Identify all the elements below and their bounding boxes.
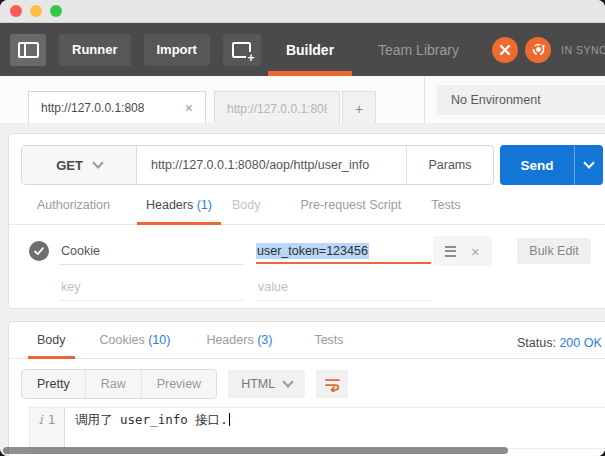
new-window-icon [232, 42, 251, 58]
tab-body[interactable]: Body [232, 198, 261, 224]
method-dropdown[interactable]: GET [22, 146, 137, 184]
response-headers-count-badge: (3) [257, 333, 272, 347]
presets-menu-icon[interactable] [445, 246, 456, 257]
line-number: 1 [48, 412, 56, 448]
tab-builder[interactable]: Builder [268, 23, 352, 76]
headers-label: Headers [146, 198, 193, 212]
request-tab-title: http://127.0.0.1:808 [41, 101, 144, 115]
params-label: Params [428, 158, 471, 172]
request-builder-panel: GET http://127.0.0.1:8080/aop/http/user_… [8, 133, 605, 309]
strip-divider [424, 76, 425, 124]
send-options-button[interactable] [574, 145, 603, 185]
response-view-bar: Pretty Raw Preview HTML [21, 369, 605, 399]
window-titlebar [0, 0, 605, 23]
cookies-label: Cookies [100, 333, 145, 347]
checkmark-icon [34, 247, 44, 256]
interceptor-glyph [498, 43, 512, 57]
main-content: GET http://127.0.0.1:8080/aop/http/user_… [0, 123, 605, 456]
headers-count-badge: (1) [197, 198, 212, 212]
request-url-bar: GET http://127.0.0.1:8080/aop/http/user_… [21, 145, 605, 185]
sidebar-layout-icon [18, 42, 39, 58]
response-headers-label: Headers [206, 333, 253, 347]
view-mode-switch: Pretty Raw Preview [21, 369, 217, 399]
zoom-window-button[interactable] [50, 5, 62, 17]
open-request-tabs: http://127.0.0.1:808 × http://127.0.0.1:… [28, 91, 376, 125]
bulk-edit-button[interactable]: Bulk Edit [517, 238, 591, 264]
method-label: GET [56, 158, 83, 173]
text-cursor [229, 413, 230, 426]
tab-team-library[interactable]: Team Library [378, 42, 459, 58]
tab-response-body[interactable]: Body [37, 333, 66, 358]
chevron-down-icon [283, 376, 294, 387]
request-section-tabs: Authorization Headers (1) Body Pre-reque… [9, 198, 605, 225]
tab-response-headers[interactable]: Headers (3) [206, 333, 272, 358]
request-tab-active[interactable]: http://127.0.0.1:808 × [28, 91, 206, 125]
url-group: GET http://127.0.0.1:8080/aop/http/user_… [21, 145, 494, 185]
horizontal-scrollbar[interactable] [3, 447, 508, 454]
request-tab-strip: http://127.0.0.1:808 × http://127.0.0.1:… [0, 76, 605, 125]
main-toolbar: Runner Import Builder Team Library [0, 23, 605, 76]
close-window-button[interactable] [10, 5, 22, 17]
delete-header-icon[interactable]: × [471, 244, 480, 259]
chevron-down-icon [92, 157, 103, 168]
new-header-key-input[interactable] [59, 274, 244, 301]
tab-headers[interactable]: Headers (1) [146, 198, 212, 224]
tab-response-cookies[interactable]: Cookies (10) [100, 333, 171, 358]
url-input[interactable]: http://127.0.0.1:8080/aop/http/user_info [137, 146, 407, 184]
request-tab-inactive[interactable]: http://127.0.0.1:8080/aop [214, 91, 340, 125]
sync-icon[interactable] [525, 37, 551, 63]
response-section-tabs: Body Cookies (10) Headers (3) Tests Stat… [9, 322, 605, 359]
header-row-actions: × [433, 236, 492, 266]
sync-glyph [531, 42, 546, 57]
new-header-value-input[interactable] [256, 274, 431, 301]
status-label: Status: [517, 336, 556, 350]
toolbar-right-group: IN SYNC [492, 23, 605, 76]
new-tab-button[interactable]: + [342, 91, 376, 125]
send-button[interactable]: Send [500, 145, 574, 185]
tab-response-tests[interactable]: Tests [314, 333, 343, 358]
view-pretty-button[interactable]: Pretty [22, 370, 85, 398]
response-body-text: 调用了 user_info 接口. [75, 412, 228, 427]
status-value: 200 OK [559, 336, 601, 350]
header-row-empty [9, 272, 605, 302]
response-body-line: 调用了 user_info 接口. [65, 408, 230, 448]
minimize-window-button[interactable] [30, 5, 42, 17]
tab-tests[interactable]: Tests [431, 198, 460, 224]
header-key-field[interactable]: Cookie [59, 238, 244, 265]
interceptor-icon[interactable] [492, 37, 518, 63]
url-text: http://127.0.0.1:8080/aop/http/user_info [151, 158, 369, 172]
close-tab-icon[interactable]: × [185, 100, 193, 116]
environment-label: No Environment [451, 93, 541, 107]
postman-window: Runner Import Builder Team Library [0, 0, 605, 456]
response-status: Status: 200 OK [517, 336, 602, 350]
chevron-down-icon [583, 157, 594, 168]
cookies-count-badge: (10) [148, 333, 170, 347]
send-split-button: Send [500, 145, 603, 185]
new-window-button[interactable] [223, 34, 261, 66]
sidebar-toggle-button[interactable] [10, 34, 46, 66]
tab-pre-request-script[interactable]: Pre-request Script [300, 198, 401, 224]
header-enabled-checkbox[interactable] [29, 241, 49, 261]
header-value-field[interactable]: user_token=123456 [256, 239, 431, 264]
word-wrap-icon [324, 377, 341, 392]
response-panel: Body Cookies (10) Headers (3) Tests Stat… [8, 321, 605, 456]
format-dropdown[interactable]: HTML [228, 370, 305, 398]
sync-status-label: IN SYNC [561, 44, 605, 56]
fold-marker: i [39, 412, 43, 448]
view-preview-button[interactable]: Preview [141, 370, 216, 398]
view-switcher: Builder Team Library [268, 23, 459, 76]
runner-button[interactable]: Runner [59, 34, 131, 66]
environment-selector[interactable]: No Environment [437, 85, 605, 115]
editor-gutter: i 1 [30, 408, 65, 448]
params-button[interactable]: Params [407, 146, 493, 184]
view-raw-button[interactable]: Raw [85, 370, 141, 398]
tab-authorization[interactable]: Authorization [37, 198, 110, 224]
response-body-editor[interactable]: i 1 调用了 user_info 接口. [29, 407, 605, 449]
request-tab-title: http://127.0.0.1:8080/aop [227, 102, 327, 116]
word-wrap-button[interactable] [316, 370, 348, 398]
header-row-cookie: Cookie user_token=123456 × Bulk Edit [9, 236, 605, 266]
format-label: HTML [241, 377, 275, 391]
import-button[interactable]: Import [144, 34, 210, 66]
selected-text: user_token=123456 [256, 243, 369, 259]
